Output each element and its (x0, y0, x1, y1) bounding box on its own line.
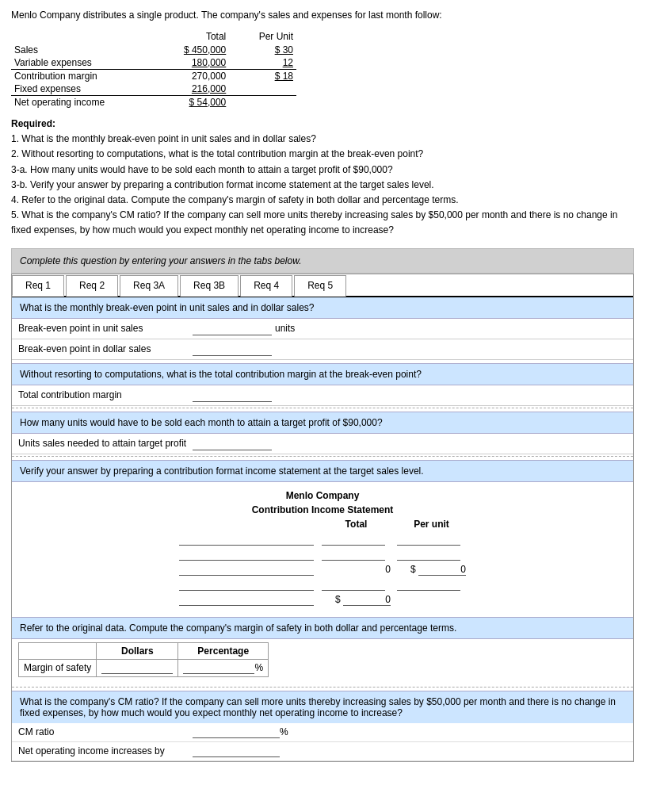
cis-row-1 (176, 532, 469, 547)
tab-req1[interactable]: Req 1 (12, 275, 64, 297)
row-noi-per (229, 96, 296, 109)
cis-table: Menlo Company Contribution Income Statem… (176, 488, 469, 607)
cis-row-2 (176, 547, 469, 562)
mos-header-dollars: Dollars (97, 642, 178, 659)
instruction-bar: Complete this question by entering your … (11, 248, 634, 274)
row-varexp-label: Variable expenses (11, 56, 145, 70)
total-header: Total (145, 30, 229, 44)
req1-answer-row-2: Break-even point in dollar sales (12, 339, 633, 360)
req1-field1-label: Break-even point in unit sales (18, 323, 193, 334)
row-fixexp-per (229, 82, 296, 96)
mos-dollars-cell (97, 659, 178, 676)
row-sales-total: $ 450,000 (145, 44, 229, 56)
cis-row2-per-input[interactable] (397, 549, 460, 561)
req3a-field-label: Units sales needed to attain target prof… (18, 438, 193, 449)
cis-row2-label-input[interactable] (179, 549, 314, 561)
req5-cm-row: CM ratio % (12, 723, 633, 742)
req2-question: Without resorting to computations, what … (12, 363, 633, 385)
mos-row-label: Margin of safety (19, 659, 97, 676)
cis-row4-total-input[interactable] (322, 579, 385, 591)
cis-header-perunit: Per unit (394, 517, 469, 532)
req-item-3a: 3-a. How many units would have to be sol… (11, 163, 634, 178)
row-varexp-total: 180,000 (145, 56, 229, 70)
cis-row1-label-input[interactable] (179, 534, 314, 546)
cis-statement-title: Contribution Income Statement (176, 503, 469, 517)
row-fixexp-label: Fixed expenses (11, 82, 145, 96)
row-cm-total: 270,000 (145, 70, 229, 83)
cis-row-3: 0 $ (176, 562, 469, 577)
tab-req2[interactable]: Req 2 (66, 275, 118, 297)
req1-answer-row-1: Break-even point in unit sales units (12, 319, 633, 339)
tab-req4[interactable]: Req 4 (240, 275, 292, 297)
cis-row3-label-input[interactable] (179, 564, 314, 576)
req3a-question: How many units would have to be sold eac… (12, 412, 633, 434)
required-heading: Required: (11, 118, 55, 129)
cis-row1-per-input[interactable] (397, 534, 460, 546)
row-fixexp-total: 216,000 (145, 82, 229, 96)
req1-field1-input[interactable] (193, 322, 272, 335)
req3a-answer-row: Units sales needed to attain target prof… (12, 434, 633, 454)
req5-noi-input[interactable] (193, 745, 280, 757)
cis-row3-per-prefix: $ (410, 564, 416, 575)
intro-text: Menlo Company distributes a single produ… (11, 8, 634, 22)
row-sales-label: Sales (11, 44, 145, 56)
cis-header-total: Total (319, 517, 394, 532)
cis-row4-per-input[interactable] (397, 579, 460, 591)
required-section: Required: 1. What is the monthly break-e… (11, 117, 634, 239)
req5-cm-label: CM ratio (18, 726, 193, 737)
req5-noi-row: Net operating income increases by (12, 742, 633, 761)
req2-answer-row: Total contribution margin (12, 385, 633, 406)
mos-header-percentage: Percentage (178, 642, 269, 659)
row-varexp-per: 12 (229, 56, 296, 70)
cis-row5-total-input[interactable] (343, 594, 391, 606)
mos-dollars-input[interactable] (101, 662, 173, 674)
cis-row4-label-input[interactable] (179, 579, 314, 591)
req4-question: Refer to the original data. Compute the … (12, 617, 633, 639)
req-item-3b: 3-b. Verify your answer by preparing a c… (11, 178, 634, 193)
req3b-question: Verify your answer by preparing a contri… (12, 460, 633, 482)
row-noi-label: Net operating income (11, 96, 145, 109)
mos-pct-symbol: % (254, 662, 263, 673)
tab-req5[interactable]: Req 5 (294, 275, 346, 297)
mos-table: Dollars Percentage Margin of safety % (18, 642, 269, 677)
tab-content: What is the monthly break-even point in … (12, 297, 633, 761)
req3a-field-input[interactable] (193, 437, 272, 450)
cis-wrapper: Menlo Company Contribution Income Statem… (12, 482, 633, 614)
tabs-container: Req 1 Req 2 Req 3A Req 3B Req 4 Req 5 Wh… (11, 274, 634, 762)
mos-pct-input[interactable] (183, 662, 254, 674)
mos-header-blank (19, 642, 97, 659)
financial-table: Total Per Unit Sales $ 450,000 $ 30 Vari… (11, 30, 296, 109)
cis-row1-total-input[interactable] (322, 534, 385, 546)
row-sales-per: $ 30 (229, 44, 296, 56)
tabs-row: Req 1 Req 2 Req 3A Req 3B Req 4 Req 5 (12, 274, 633, 297)
row-noi-total: $ 54,000 (145, 96, 229, 109)
req1-field2-input[interactable] (193, 343, 272, 356)
req2-field-label: Total contribution margin (18, 389, 193, 400)
req-item-2: 2. Without resorting to computations, wh… (11, 147, 634, 162)
req5-question: What is the company's CM ratio? If the c… (12, 691, 633, 723)
req-item-5: 5. What is the company's CM ratio? If th… (11, 208, 634, 238)
cis-company-name: Menlo Company (176, 488, 469, 503)
cis-row2-total-input[interactable] (322, 549, 385, 561)
req2-field-input[interactable] (193, 389, 272, 402)
mos-row: Margin of safety % (19, 659, 269, 676)
mos-pct-cell: % (178, 659, 269, 676)
req5-cm-unit: % (280, 726, 288, 737)
req-item-1: 1. What is the monthly break-even point … (11, 132, 634, 147)
req5-cm-input[interactable] (193, 726, 280, 738)
row-cm-label: Contribution margin (11, 70, 145, 83)
req1-field1-unit: units (275, 323, 295, 334)
tab-req3a[interactable]: Req 3A (120, 275, 178, 297)
cis-row3-per-input[interactable] (418, 564, 466, 576)
row-cm-per: $ 18 (229, 70, 296, 83)
cis-row5-total-prefix: $ (335, 594, 341, 605)
req-item-4: 4. Refer to the original data. Compute t… (11, 193, 634, 208)
cis-row-5: $ (176, 592, 469, 607)
req1-question: What is the monthly break-even point in … (12, 297, 633, 319)
perunit-header: Per Unit (229, 30, 296, 44)
tab-req3b[interactable]: Req 3B (180, 275, 239, 297)
instruction-text: Complete this question by entering your … (20, 255, 302, 266)
req1-field2-label: Break-even point in dollar sales (18, 343, 193, 354)
req5-noi-label: Net operating income increases by (18, 745, 193, 756)
cis-row5-label-input[interactable] (179, 594, 314, 606)
